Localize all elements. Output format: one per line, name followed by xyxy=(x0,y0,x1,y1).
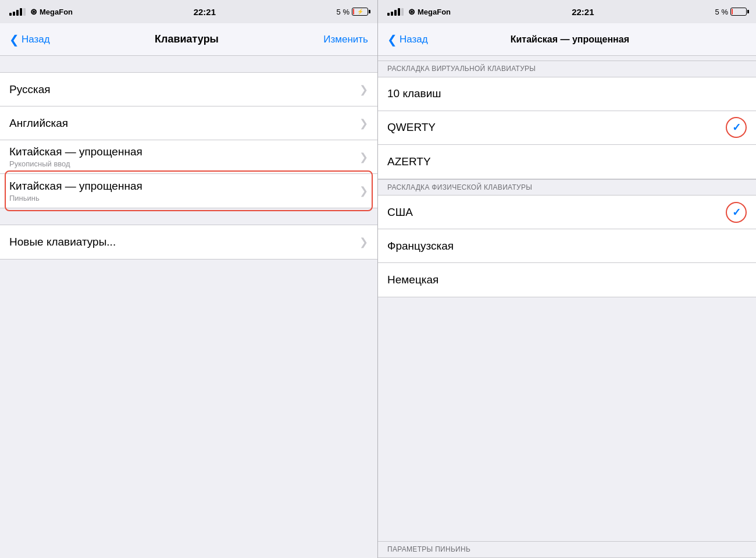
layout-french-title: Французская xyxy=(387,240,454,253)
battery-area-right: 5 % xyxy=(715,8,747,16)
layout-azerty[interactable]: AZERTY xyxy=(378,145,756,179)
keyboard-item-chinese-handwrite[interactable]: Китайская — упрощенная Рукописный ввод ❯ xyxy=(0,140,377,174)
keyboard-subtitle-chinese-pinyin: Пиньинь xyxy=(9,194,142,202)
battery-icon-left: ⚡ xyxy=(352,8,368,16)
chevron-english: ❯ xyxy=(359,117,368,130)
back-button-right[interactable]: ❮ Назад xyxy=(387,34,428,45)
virtual-keyboard-list: 10 клавиш QWERTY ✓ AZERTY xyxy=(378,77,756,179)
keyboard-title-chinese-pinyin: Китайская — упрощенная xyxy=(9,180,142,193)
keyboard-title-chinese-handwrite: Китайская — упрощенная xyxy=(9,145,142,158)
virtual-keyboard-header: РАСКЛАДКА ВИРТУАЛЬНОЙ КЛАВИАТУРЫ xyxy=(378,61,756,77)
time-right: 22:21 xyxy=(572,7,594,17)
layout-french[interactable]: Французская xyxy=(378,229,756,263)
carrier-name-left: MegaFon xyxy=(40,8,73,16)
time-left: 22:21 xyxy=(194,7,216,17)
keyboard-title-russian: Русская xyxy=(9,83,51,96)
bottom-spacer-right xyxy=(378,297,756,558)
pinyin-params-text: ПАРАМЕТРЫ ПИНЬИНЬ xyxy=(387,545,470,553)
pinyin-params-header: ПАРАМЕТРЫ ПИНЬИНЬ xyxy=(378,541,756,558)
status-bar-right: ⊛ MegaFon 22:21 5 % xyxy=(378,0,756,23)
left-panel: ⊛ MegaFon 22:21 5 % ⚡ ❮ Назад Клавиатуры… xyxy=(0,0,378,558)
virtual-keyboard-header-text: РАСКЛАДКА ВИРТУАЛЬНОЙ КЛАВИАТУРЫ xyxy=(387,65,536,73)
page-title-left: Клавиатуры xyxy=(155,33,219,45)
layout-usa[interactable]: США ✓ xyxy=(378,196,756,229)
edit-button-left[interactable]: Изменить xyxy=(323,34,368,45)
add-keyboard-section: Новые клавиатуры... ❯ xyxy=(0,225,377,260)
chevron-russian: ❯ xyxy=(359,83,368,96)
wifi-icon-right: ⊛ xyxy=(408,7,415,16)
chevron-add: ❯ xyxy=(359,236,368,248)
signal-bars-right xyxy=(387,8,404,16)
wifi-icon: ⊛ xyxy=(30,7,37,16)
physical-keyboard-header-text: РАСКЛАДКА ФИЗИЧЕСКОЙ КЛАВИАТУРЫ xyxy=(387,183,532,191)
layout-10keys[interactable]: 10 клавиш xyxy=(378,77,756,111)
back-chevron-right: ❮ xyxy=(387,34,397,45)
layout-german[interactable]: Немецкая xyxy=(378,263,756,297)
keyboard-title-english: Английская xyxy=(9,117,68,130)
keyboard-item-english[interactable]: Английская ❯ xyxy=(0,106,377,140)
nav-bar-left: ❮ Назад Клавиатуры Изменить xyxy=(0,23,377,56)
layout-10keys-title: 10 клавиш xyxy=(387,87,441,100)
layout-azerty-title: AZERTY xyxy=(387,155,431,168)
physical-keyboard-list: США ✓ Французская Немецкая xyxy=(378,196,756,297)
back-chevron-left: ❮ xyxy=(9,34,19,45)
nav-bar-right: ❮ Назад Китайская — упрощенная xyxy=(378,23,756,56)
back-button-left[interactable]: ❮ Назад xyxy=(9,34,50,45)
top-spacer-left xyxy=(0,56,377,72)
back-label-left: Назад xyxy=(22,34,50,45)
status-left-right: ⊛ MegaFon xyxy=(387,7,451,16)
carrier-name-right: MegaFon xyxy=(418,8,451,16)
status-left: ⊛ MegaFon xyxy=(9,7,73,16)
add-keyboard-title: Новые клавиатуры... xyxy=(9,236,116,248)
battery-percent-left: 5 % xyxy=(337,8,350,16)
battery-area-left: 5 % ⚡ xyxy=(337,8,368,16)
usa-checkmark: ✓ xyxy=(726,202,747,223)
layout-german-title: Немецкая xyxy=(387,273,438,286)
keyboard-item-chinese-pinyin[interactable]: Китайская — упрощенная Пиньинь ❯ xyxy=(0,174,377,208)
battery-icon-right xyxy=(730,8,747,16)
signal-bars xyxy=(9,8,26,16)
page-title-right: Китайская — упрощенная xyxy=(511,34,629,45)
layout-qwerty-title: QWERTY xyxy=(387,121,436,134)
add-keyboard-item[interactable]: Новые клавиатуры... ❯ xyxy=(0,225,377,259)
bottom-spacer-left xyxy=(0,260,377,558)
keyboard-subtitle-chinese-handwrite: Рукописный ввод xyxy=(9,159,142,168)
back-label-right: Назад xyxy=(400,34,428,45)
right-panel: ⊛ MegaFon 22:21 5 % ❮ Назад Китайская — … xyxy=(378,0,756,558)
qwerty-checkmark: ✓ xyxy=(726,117,747,138)
layout-usa-title: США xyxy=(387,206,413,219)
battery-percent-right: 5 % xyxy=(715,8,728,16)
status-bar-left: ⊛ MegaFon 22:21 5 % ⚡ xyxy=(0,0,377,23)
mid-spacer-left xyxy=(0,208,377,225)
chevron-chinese-handwrite: ❯ xyxy=(359,151,368,164)
chevron-chinese-pinyin: ❯ xyxy=(359,184,368,197)
layout-qwerty[interactable]: QWERTY ✓ xyxy=(378,111,756,145)
keyboard-item-russian[interactable]: Русская ❯ xyxy=(0,73,377,106)
keyboards-list: Русская ❯ Английская ❯ Китайская — упрощ… xyxy=(0,72,377,208)
physical-keyboard-header: РАСКЛАДКА ФИЗИЧЕСКОЙ КЛАВИАТУРЫ xyxy=(378,179,756,196)
